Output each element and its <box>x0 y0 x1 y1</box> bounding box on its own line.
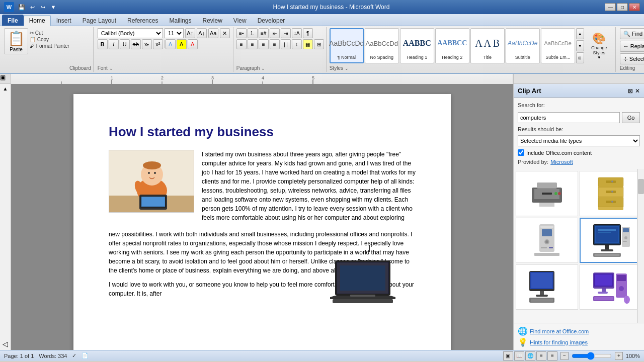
justify-button[interactable]: ≡ <box>270 39 280 49</box>
sort-button[interactable]: ↕A <box>292 28 302 38</box>
copy-button[interactable]: 📋 Copy <box>30 37 69 42</box>
clip-item-1[interactable] <box>516 171 578 216</box>
zoom-out-button[interactable]: − <box>560 352 569 360</box>
borders-button[interactable]: ⊞ <box>314 39 324 49</box>
zoom-slider[interactable] <box>572 353 612 358</box>
outline-view[interactable]: ≡ <box>536 351 546 360</box>
select-button[interactable]: ⊹ Select ▼ <box>620 53 644 64</box>
style-no-spacing[interactable]: AaBbCcDd No Spacing <box>365 28 399 63</box>
maximize-button[interactable]: □ <box>617 3 628 11</box>
font-size-select[interactable]: 11 <box>165 28 184 38</box>
clip-art-resize-button[interactable]: ⊠ <box>628 87 633 95</box>
bullets-button[interactable]: ≡• <box>236 28 247 38</box>
document-area[interactable]: How I started my business <box>11 84 513 350</box>
subscript-button[interactable]: x₂ <box>142 39 152 49</box>
clip-item-5[interactable] <box>516 264 578 310</box>
clip-art-controls: ⊠ ✕ <box>628 87 640 95</box>
full-reading-view[interactable]: 📖 <box>514 351 524 360</box>
tab-mailings[interactable]: Mailings <box>164 15 197 26</box>
find-more-link[interactable]: 🌐 Find more at Office.com <box>518 326 640 336</box>
ruler-corner[interactable]: ▣ <box>0 74 11 83</box>
clip-scrollbar[interactable] <box>637 169 644 323</box>
style-scroll-down[interactable]: ▼ <box>576 40 584 51</box>
save-button[interactable]: 💾 <box>17 3 26 12</box>
tab-insert[interactable]: Insert <box>51 15 77 26</box>
tab-developer[interactable]: Developer <box>252 15 291 26</box>
hints-link[interactable]: 💡 Hints for finding images <box>518 337 640 347</box>
style-scroll-up[interactable]: ▲ <box>576 28 584 39</box>
replace-button[interactable]: ↔ Replace <box>620 41 644 52</box>
paste-button[interactable]: 📋 Paste <box>4 28 28 54</box>
multilevel-button[interactable]: ≡# <box>259 28 269 38</box>
include-office-checkbox[interactable] <box>518 149 524 156</box>
tab-file[interactable]: File <box>2 15 24 26</box>
clip-item-3[interactable] <box>516 218 578 263</box>
minimize-button[interactable]: — <box>605 3 616 11</box>
italic-button[interactable]: I <box>109 39 119 49</box>
clear-format-button[interactable]: ✕ <box>220 28 230 38</box>
tab-page-layout[interactable]: Page Layout <box>77 15 122 26</box>
style-heading1[interactable]: AABBC Heading 1 <box>400 28 434 63</box>
clip-item-6[interactable] <box>580 264 642 310</box>
underline-button[interactable]: U <box>120 39 130 49</box>
left-nav-up[interactable]: ▲ <box>3 86 8 92</box>
page-cursor <box>366 245 372 251</box>
style-subtle-em[interactable]: AaBbCcDe Subtle Em... <box>541 28 575 63</box>
draft-view[interactable]: ≡ <box>547 351 557 360</box>
shading-button[interactable]: ▦ <box>303 39 313 49</box>
find-button[interactable]: 🔍 Find ▼ <box>620 28 644 39</box>
text-effects-button[interactable]: A <box>166 39 176 49</box>
tab-references[interactable]: References <box>122 15 164 26</box>
grow-font-button[interactable]: A↑ <box>185 28 195 38</box>
bold-button[interactable]: B <box>98 39 108 49</box>
change-styles-button[interactable]: 🎨 Change Styles ▼ <box>585 31 613 61</box>
clip-item-4[interactable] <box>580 218 642 263</box>
font-name-select[interactable]: Calibri (Body) <box>98 28 163 38</box>
svg-rect-73 <box>540 291 544 295</box>
tab-view[interactable]: View <box>228 15 252 26</box>
results-type-select[interactable]: Selected media file types <box>518 135 640 146</box>
laptop-svg <box>330 258 395 308</box>
cursor-line <box>369 245 370 252</box>
change-case-button[interactable]: Aa <box>208 28 218 38</box>
increase-indent-button[interactable]: ⇥ <box>281 28 291 38</box>
format-painter-button[interactable]: 🖌 Format Painter <box>30 43 69 49</box>
align-right-button[interactable]: ≡ <box>259 39 269 49</box>
title-bar: W 💾 ↩ ↪ ▼ How I started my business - Mi… <box>0 0 644 14</box>
clip-scrollbar-thumb[interactable] <box>638 179 644 194</box>
font-color-button[interactable]: A <box>188 39 198 49</box>
shrink-font-button[interactable]: A↓ <box>197 28 207 38</box>
align-left-button[interactable]: ≡ <box>236 39 247 49</box>
align-center-button[interactable]: ≡ <box>248 39 258 49</box>
tab-review[interactable]: Review <box>197 15 227 26</box>
show-marks-button[interactable]: ¶ <box>303 28 313 38</box>
microsoft-link[interactable]: Microsoft <box>550 159 573 165</box>
decrease-indent-button[interactable]: ⇤ <box>270 28 280 38</box>
clip-item-2[interactable] <box>580 171 642 216</box>
superscript-button[interactable]: x² <box>153 39 163 49</box>
left-marker[interactable]: ◁ <box>3 340 8 348</box>
web-layout-view[interactable]: 🌐 <box>525 351 535 360</box>
strikethrough-button[interactable]: ab <box>131 39 141 49</box>
undo-button[interactable]: ↩ <box>28 3 37 12</box>
highlight-button[interactable]: A <box>177 39 187 49</box>
zoom-in-button[interactable]: + <box>615 352 623 360</box>
style-more-button[interactable]: ⊞ <box>576 52 584 63</box>
customize-button[interactable]: ▼ <box>49 3 58 12</box>
clip-art-close-button[interactable]: ✕ <box>635 87 640 95</box>
redo-button[interactable]: ↪ <box>38 3 47 12</box>
numbering-button[interactable]: 1. <box>248 28 258 38</box>
style-normal[interactable]: AaBbCcDd ¶ Normal <box>330 28 364 63</box>
columns-button[interactable]: ∣∣ <box>281 39 291 49</box>
svg-rect-30 <box>350 295 375 297</box>
style-subtitle[interactable]: AaBbCcDe Subtitle <box>506 28 540 63</box>
close-button[interactable]: ✕ <box>629 3 640 11</box>
tab-home[interactable]: Home <box>24 15 51 26</box>
print-layout-view[interactable]: ▣ <box>503 351 513 360</box>
style-heading2[interactable]: AABBCC Heading 2 <box>435 28 469 63</box>
go-button[interactable]: Go <box>622 112 640 123</box>
line-spacing-button[interactable]: ↕ <box>292 39 302 49</box>
cut-button[interactable]: ✂ Cut <box>30 30 69 36</box>
search-input[interactable] <box>518 112 620 123</box>
style-title[interactable]: A A B Title <box>470 28 505 63</box>
